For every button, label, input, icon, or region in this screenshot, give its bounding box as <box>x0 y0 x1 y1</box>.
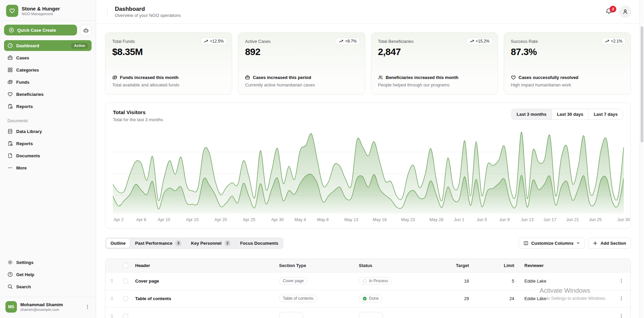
tab-count-badge: 3 <box>175 240 181 246</box>
topbar-separator <box>107 8 107 16</box>
row-checkbox[interactable] <box>123 314 128 318</box>
tab-key-personnel[interactable]: Key Personnel2 <box>187 238 235 248</box>
user-kebab-icon[interactable] <box>85 304 90 310</box>
users-icon <box>378 75 383 80</box>
in-process-spinner-icon <box>363 279 367 283</box>
row-checkbox[interactable] <box>123 296 128 301</box>
sidebar-item-reports[interactable]: Reports <box>4 138 92 149</box>
row-actions-kebab-icon[interactable] <box>619 278 624 284</box>
person-icon <box>622 8 628 15</box>
tab-label: Key Personnel <box>191 241 221 246</box>
assistant-bot-button[interactable] <box>80 25 92 35</box>
scrollbar-thumb[interactable] <box>641 26 643 142</box>
row-limit-cell[interactable]: 5 <box>481 279 524 284</box>
range-last-30-days[interactable]: Last 30 days <box>551 109 588 120</box>
org-header[interactable]: Stone & Hunger NGO Management <box>4 3 92 20</box>
org-name: Stone & Hunger <box>22 6 60 11</box>
page-title: Dashboard <box>115 5 181 13</box>
row-checkbox[interactable] <box>123 279 128 284</box>
customize-columns-label: Customize Columns <box>531 241 573 246</box>
sidebar-item-settings[interactable]: Settings <box>4 257 92 268</box>
quick-case-create-button[interactable]: Quick Case Create <box>4 25 77 35</box>
visitors-area-chart: Apr 2Apr 6Apr 10Apr 15Apr 20Apr 25Apr 30… <box>105 128 630 224</box>
sidebar-item-label: Funds <box>16 80 29 85</box>
profile-button[interactable] <box>619 5 631 18</box>
done-check-icon <box>363 296 367 301</box>
customize-columns-button[interactable]: Customize Columns <box>519 238 585 249</box>
drag-handle-icon[interactable] <box>110 313 114 318</box>
stat-cards-row: Total Funds+12.5%$8.35MFunds increased t… <box>105 32 631 95</box>
sidebar-item-data-library[interactable]: Data Library <box>4 126 92 137</box>
trend-value: +8.7% <box>345 39 356 44</box>
sidebar-divider <box>0 20 96 21</box>
sidebar-item-documents[interactable]: Documents <box>4 150 92 161</box>
stat-footer-title-text: Funds increased this month <box>120 75 178 80</box>
row-actions-kebab-icon[interactable] <box>619 296 624 301</box>
stat-value: 87.3% <box>511 47 624 57</box>
chevron-down-icon <box>576 241 580 245</box>
columns-icon <box>523 241 528 246</box>
svg-text:Jun 13: Jun 13 <box>521 217 534 222</box>
stat-card-total-funds: Total Funds+12.5%$8.35MFunds increased t… <box>105 32 232 95</box>
sidebar-item-beneficiaries[interactable]: Beneficiaries <box>4 89 92 100</box>
trend-up-icon <box>470 39 474 44</box>
trend-badge: +15.2% <box>466 37 493 45</box>
status-badge[interactable]: In Process <box>359 277 392 285</box>
section-type-badge[interactable] <box>279 312 303 318</box>
select-all-checkbox[interactable] <box>123 263 128 268</box>
range-last-7-days[interactable]: Last 7 days <box>588 109 623 120</box>
sidebar-item-cases[interactable]: Cases <box>4 52 92 63</box>
tab-past-performance[interactable]: Past Performance3 <box>131 238 186 248</box>
sidebar-item-get-help[interactable]: Get Help <box>4 269 92 280</box>
svg-text:Jun 21: Jun 21 <box>566 217 579 222</box>
sidebar-item-label: Beneficiaries <box>16 92 44 97</box>
status-badge[interactable] <box>359 312 383 318</box>
row-target-cell[interactable]: 18 <box>441 279 481 284</box>
drag-handle-icon[interactable] <box>110 296 114 301</box>
stat-footer: Funds increased this monthTotal availabl… <box>112 75 225 87</box>
page-scrollbar <box>640 0 644 318</box>
row-actions-kebab-icon[interactable] <box>619 313 624 318</box>
tab-outline[interactable]: Outline <box>106 238 130 248</box>
notifications-button[interactable]: 3 <box>605 8 613 16</box>
sidebar-item-categories[interactable]: Categories <box>4 64 92 75</box>
column-header-section-type: Section Type <box>279 263 359 268</box>
sidebar-item-more[interactable]: More <box>4 162 92 173</box>
section-type-badge[interactable]: Table of contents <box>279 295 317 302</box>
drag-handle-icon[interactable] <box>110 278 114 284</box>
row-status-cell: In Process <box>359 277 441 285</box>
svg-text:Apr 15: Apr 15 <box>186 217 199 222</box>
sidebar-item-dashboard[interactable]: DashboardActive <box>4 40 92 51</box>
documents-section-label: Documents <box>7 118 88 123</box>
add-section-button[interactable]: Add Section <box>588 238 631 249</box>
trend-badge: +8.7% <box>336 37 360 45</box>
row-limit-cell[interactable]: 24 <box>481 296 524 301</box>
stat-footer: Cases increased this periodCurrently act… <box>245 75 358 87</box>
sidebar-item-label: Get Help <box>16 272 34 277</box>
trend-value: +15.2% <box>476 39 490 44</box>
trend-up-icon <box>339 39 343 44</box>
stat-footer-title: Cases increased this period <box>245 75 358 80</box>
stat-footer-desc: People helped through our programs <box>378 82 491 87</box>
sidebar-item-funds[interactable]: Funds <box>4 77 92 87</box>
range-last-3-months[interactable]: Last 3 months <box>512 109 551 120</box>
status-label: In Process <box>369 279 388 283</box>
sidebar-item-search[interactable]: Search <box>4 281 92 292</box>
clipboard-icon <box>7 141 13 146</box>
sidebar-item-label: Data Library <box>16 129 42 134</box>
tab-label: Past Performance <box>135 241 173 246</box>
svg-text:Jun 9: Jun 9 <box>499 217 510 222</box>
sidebar-user-divider <box>0 297 96 297</box>
stat-footer-desc: Total available and allocated funds <box>112 82 225 87</box>
user-menu[interactable]: MS Mohammad Shamim shamim@example.com <box>4 300 92 313</box>
status-badge[interactable]: Done <box>359 295 382 302</box>
tab-focus-documents[interactable]: Focus Documents <box>236 238 283 248</box>
topbar: Dashboard Overview of your NGO operation… <box>96 0 640 24</box>
section-type-badge[interactable]: Cover page <box>279 277 307 285</box>
stat-value: 2,847 <box>378 47 491 57</box>
heart-icon <box>511 75 516 80</box>
svg-text:May 28: May 28 <box>429 217 443 222</box>
sidebar-item-reports[interactable]: Reports <box>4 101 92 112</box>
svg-text:Apr 6: Apr 6 <box>136 217 146 222</box>
row-target-cell[interactable]: 29 <box>441 296 481 301</box>
